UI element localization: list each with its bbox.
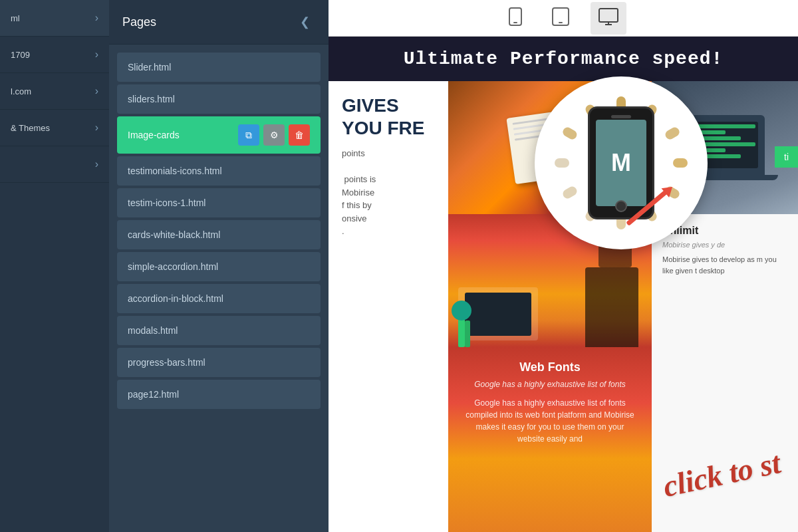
sidebar: ml › 1709 › l.com › & Themes › › bbox=[0, 0, 109, 532]
delete-page-button[interactable]: 🗑 bbox=[289, 124, 310, 146]
page-item-cards-white-black[interactable]: cards-white-black.html bbox=[117, 220, 321, 249]
mobile-icon bbox=[508, 7, 523, 26]
page-name: progress-bars.html bbox=[128, 357, 310, 368]
tablet-icon bbox=[552, 7, 569, 26]
chevron-right-icon: › bbox=[95, 85, 98, 97]
phone-m-letter: M bbox=[611, 149, 631, 177]
page-item-progress-bars[interactable]: progress-bars.html bbox=[117, 348, 321, 377]
gear-icon: ⚙ bbox=[270, 130, 279, 140]
cta-label: ti bbox=[784, 152, 789, 162]
right-text: Mobirise gives to develop as m you like … bbox=[662, 254, 787, 276]
chevron-right-icon: › bbox=[95, 122, 98, 134]
preview-heading: GIVES YOU FRE bbox=[342, 94, 435, 139]
page-name: modals.html bbox=[128, 325, 310, 336]
phone-circle-overlay: M bbox=[535, 76, 708, 249]
sidebar-item-lcom[interactable]: l.com › bbox=[0, 73, 109, 110]
cta-button[interactable]: ti bbox=[775, 146, 798, 168]
svg-rect-17 bbox=[561, 126, 579, 141]
preview-left-column: GIVES YOU FRE points points is Mobirise … bbox=[329, 81, 448, 532]
settings-page-button[interactable]: ⚙ bbox=[263, 124, 285, 146]
page-name: simple-accordion.html bbox=[128, 261, 310, 272]
sidebar-item-ml-label: ml bbox=[11, 13, 20, 23]
tablet-view-button[interactable] bbox=[544, 2, 577, 35]
page-name: cards-white-black.html bbox=[128, 229, 310, 240]
sidebar-item-themes-label: & Themes bbox=[11, 123, 50, 133]
sidebar-item-1709[interactable]: 1709 › bbox=[0, 37, 109, 73]
phone-screen: M bbox=[596, 120, 646, 206]
card-text: Google has a highly exhaustive list of f… bbox=[462, 397, 638, 445]
page-item-actions: ⧉ ⚙ 🗑 bbox=[238, 124, 310, 146]
page-item-testim-icons-1[interactable]: testim-icons-1.html bbox=[117, 188, 321, 217]
page-name: sliders.html bbox=[128, 94, 310, 104]
svg-rect-1 bbox=[513, 22, 517, 23]
page-item-slider[interactable]: Slider.html bbox=[117, 53, 321, 82]
pages-header: Pages ❮ bbox=[109, 0, 329, 45]
preview-subtext: points points is Mobirise f this by onsi… bbox=[342, 147, 435, 238]
chevron-right-icon: › bbox=[95, 49, 98, 61]
sidebar-item-ml[interactable]: ml › bbox=[0, 0, 109, 37]
sidebar-item-extra[interactable]: › bbox=[0, 146, 109, 183]
page-item-simple-accordion[interactable]: simple-accordion.html bbox=[117, 252, 321, 281]
card-subtitle: Google has a highly exhaustive list of f… bbox=[462, 380, 638, 389]
svg-rect-10 bbox=[673, 158, 688, 168]
page-name: testimonials-icons.html bbox=[128, 166, 310, 176]
card-title: Web Fonts bbox=[462, 360, 638, 374]
page-item-sliders[interactable]: sliders.html bbox=[117, 84, 321, 114]
sidebar-item-lcom-label: l.com bbox=[11, 86, 31, 96]
page-item-page12[interactable]: page12.html bbox=[117, 380, 321, 409]
svg-rect-16 bbox=[555, 158, 569, 168]
phone-speaker bbox=[611, 115, 631, 118]
page-name: Slider.html bbox=[128, 62, 310, 72]
main-content: Ultimate Performance speed! GIVES YOU FR… bbox=[329, 0, 798, 532]
phone-illustration: M bbox=[588, 106, 654, 219]
pages-title: Pages bbox=[122, 15, 156, 29]
pages-list: Slider.html sliders.html Image-cards ⧉ ⚙… bbox=[109, 45, 329, 532]
copy-icon: ⧉ bbox=[245, 130, 252, 141]
svg-rect-4 bbox=[599, 9, 618, 22]
banner-text: Ultimate Performance speed! bbox=[404, 49, 724, 69]
chevron-right-icon: › bbox=[95, 158, 98, 170]
page-item-accordion-in-block[interactable]: accordion-in-block.html bbox=[117, 284, 321, 313]
page-item-modals[interactable]: modals.html bbox=[117, 316, 321, 345]
svg-rect-9 bbox=[664, 126, 681, 141]
phone-body: M bbox=[588, 106, 654, 219]
page-name: Image-cards bbox=[128, 130, 238, 140]
page-name: testim-icons-1.html bbox=[128, 198, 310, 208]
preview-area: Ultimate Performance speed! GIVES YOU FR… bbox=[329, 37, 798, 532]
phone-home-button bbox=[615, 200, 627, 212]
svg-rect-15 bbox=[561, 185, 579, 200]
sidebar-item-1709-label: 1709 bbox=[11, 50, 30, 60]
preview-card-section: Web Fonts Google has a highly exhaustive… bbox=[448, 347, 652, 532]
toolbar bbox=[329, 0, 798, 37]
copy-page-button[interactable]: ⧉ bbox=[238, 124, 259, 146]
pages-panel: Pages ❮ Slider.html sliders.html Image-c… bbox=[109, 0, 329, 532]
svg-rect-3 bbox=[559, 22, 563, 23]
page-item-testimonials-icons[interactable]: testimonials-icons.html bbox=[117, 156, 321, 186]
preview-banner: Ultimate Performance speed! bbox=[329, 37, 798, 81]
right-subtitle: Mobirise gives y de bbox=[662, 241, 787, 249]
preview-right-content: Unlimit Mobirise gives y de Mobirise giv… bbox=[652, 214, 798, 532]
mobile-view-button[interactable] bbox=[500, 2, 531, 35]
preview-content: Ultimate Performance speed! GIVES YOU FR… bbox=[329, 37, 798, 532]
trash-icon: 🗑 bbox=[295, 130, 304, 140]
page-item-image-cards[interactable]: Image-cards ⧉ ⚙ 🗑 bbox=[117, 116, 321, 154]
sidebar-item-themes[interactable]: & Themes › bbox=[0, 110, 109, 146]
desktop-view-button[interactable] bbox=[591, 2, 626, 35]
chevron-right-icon: › bbox=[95, 12, 98, 24]
page-name: accordion-in-block.html bbox=[128, 293, 310, 304]
pages-close-button[interactable]: ❮ bbox=[295, 12, 315, 32]
page-name: page12.html bbox=[128, 389, 310, 400]
desktop-icon bbox=[598, 7, 618, 26]
